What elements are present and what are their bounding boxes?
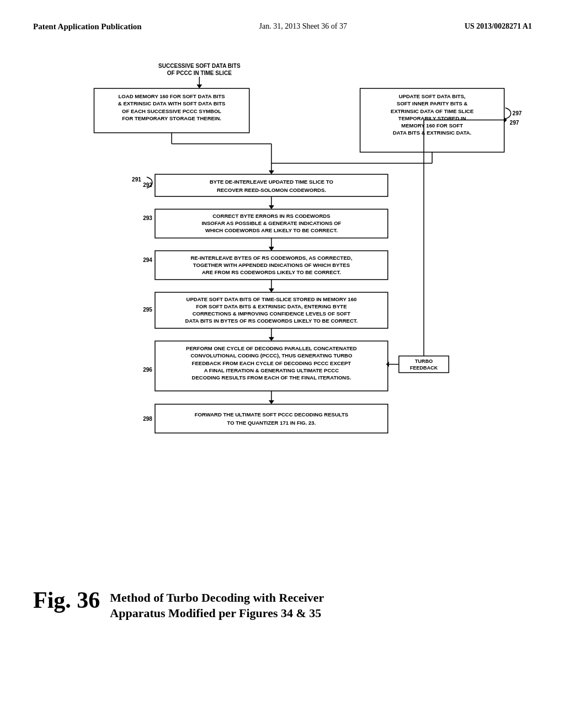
svg-text:295: 295 (143, 307, 152, 313)
svg-text:294: 294 (143, 257, 152, 263)
svg-text:DECODING RESULTS FROM EACH OF : DECODING RESULTS FROM EACH OF THE FINAL … (192, 374, 351, 381)
diagram-area: SUCCESSIVE SOFT DATA BITS OF PCCC IN TIM… (33, 48, 532, 627)
svg-text:CORRECTIONS & IMPROVING CONFID: CORRECTIONS & IMPROVING CONFIDENCE LEVEL… (193, 311, 351, 317)
svg-text:TURBO: TURBO (415, 358, 433, 364)
svg-text:FOR TEMPORARY STORAGE THEREIN.: FOR TEMPORARY STORAGE THEREIN. (122, 115, 221, 121)
svg-text:TOGETHER WITH APPENDED INDICAT: TOGETHER WITH APPENDED INDICATIONS OF WH… (193, 262, 350, 268)
svg-rect-73 (155, 404, 388, 433)
svg-marker-31 (269, 205, 274, 209)
svg-text:UPDATE SOFT DATA BITS,: UPDATE SOFT DATA BITS, (399, 93, 466, 99)
svg-text:291: 291 (132, 176, 141, 183)
svg-text:WHICH CODEWORDS ARE LIKELY TO : WHICH CODEWORDS ARE LIKELY TO BE CORRECT… (205, 227, 338, 233)
header-left: Patent Application Publication (33, 22, 142, 31)
svg-text:FEEDBACK FROM EACH CYCLE OF DE: FEEDBACK FROM EACH CYCLE OF DECODING PCC… (192, 360, 351, 366)
svg-text:FORWARD THE ULTIMATE SOFT PCCC: FORWARD THE ULTIMATE SOFT PCCC DECODING … (195, 411, 348, 417)
svg-text:OF EACH SUCCESSIVE PCCC SYMBOL: OF EACH SUCCESSIVE PCCC SYMBOL (122, 108, 221, 114)
svg-text:LOAD MEMORY 160 FOR SOFT DATA : LOAD MEMORY 160 FOR SOFT DATA BITS (119, 93, 225, 99)
svg-text:296: 296 (143, 367, 152, 373)
svg-text:DATA BITS & EXTRINSIC DATA.: DATA BITS & EXTRINSIC DATA. (393, 130, 471, 136)
svg-marker-38 (269, 247, 274, 251)
svg-marker-71 (269, 400, 274, 404)
svg-text:297: 297 (510, 120, 519, 126)
svg-text:A FINAL ITERATION & GENERATING: A FINAL ITERATION & GENERATING ULTIMATE … (204, 367, 339, 373)
flowchart-svg: SUCCESSIVE SOFT DATA BITS OF PCCC IN TIM… (33, 48, 532, 544)
svg-text:RECOVER REED-SOLOMON CODEWORDS: RECOVER REED-SOLOMON CODEWORDS. (217, 187, 326, 193)
figure-title: Method of Turbo Decoding with Receiver A… (110, 587, 324, 622)
svg-text:& EXTRINSIC DATA WITH SOFT DAT: & EXTRINSIC DATA WITH SOFT DATA BITS (118, 100, 226, 106)
figure-number: Fig. 36 (33, 587, 100, 613)
svg-text:CONVOLUTIONAL CODING (PCCC), T: CONVOLUTIONAL CODING (PCCC), THUS GENERA… (190, 352, 353, 358)
svg-text:UPDATE SOFT DATA BITS OF TIME-: UPDATE SOFT DATA BITS OF TIME-SLICE STOR… (186, 296, 357, 302)
svg-text:298: 298 (143, 416, 152, 422)
svg-text:CORRECT BYTE ERRORS IN RS CODE: CORRECT BYTE ERRORS IN RS CODEWORDS (212, 213, 330, 219)
svg-text:RE-INTERLEAVE BYTES OF RS CODE: RE-INTERLEAVE BYTES OF RS CODEWORDS, AS … (190, 255, 352, 261)
svg-text:SUCCESSIVE SOFT DATA BITS: SUCCESSIVE SOFT DATA BITS (158, 63, 241, 69)
header-right: US 2013/0028271 A1 (465, 22, 532, 31)
svg-text:297: 297 (513, 110, 522, 116)
svg-marker-3 (196, 84, 202, 88)
page-container: Patent Application Publication Jan. 31, … (0, 0, 565, 728)
header: Patent Application Publication Jan. 31, … (33, 22, 532, 31)
svg-text:ARE FROM RS CODEWORDS LIKELY T: ARE FROM RS CODEWORDS LIKELY TO BE CORRE… (202, 269, 341, 275)
svg-text:EXTRINSIC DATA OF TIME SLICE: EXTRINSIC DATA OF TIME SLICE (391, 108, 473, 114)
svg-text:INSOFAR AS POSSIBLE & GENERATE: INSOFAR AS POSSIBLE & GENERATE INDICATIO… (201, 220, 341, 226)
svg-text:DATA BITS IN BYTES OF RS CODEW: DATA BITS IN BYTES OF RS CODEWORDS LIKEL… (185, 318, 358, 324)
svg-text:PERFORM ONE CYCLE OF DECODING : PERFORM ONE CYCLE OF DECODING PARALLEL C… (186, 345, 357, 351)
header-center: Jan. 31, 2013 Sheet 36 of 37 (259, 22, 347, 31)
svg-text:OF PCCC IN TIME SLICE: OF PCCC IN TIME SLICE (167, 70, 232, 76)
svg-text:FEEDBACK: FEEDBACK (410, 365, 438, 371)
svg-text:TO THE QUANTIZER 171 IN FIG. 2: TO THE QUANTIZER 171 IN FIG. 23. (227, 420, 316, 426)
figure-caption: Fig. 36 Method of Turbo Decoding with Re… (33, 587, 532, 622)
svg-marker-53 (269, 337, 274, 341)
svg-marker-45 (269, 288, 274, 292)
svg-text:SOFT INNER PARITY BITS &: SOFT INNER PARITY BITS & (397, 100, 467, 106)
svg-text:MEMORY 160 FOR SOFT: MEMORY 160 FOR SOFT (401, 122, 463, 129)
svg-text:FOR SOFT DATA BITS & EXTRINSIC: FOR SOFT DATA BITS & EXTRINSIC DATA, ENT… (196, 303, 347, 309)
svg-text:BYTE DE-INTERLEAVE UPDATED TIM: BYTE DE-INTERLEAVE UPDATED TIME SLICE TO (210, 179, 334, 185)
svg-marker-24 (269, 170, 274, 174)
svg-text:293: 293 (143, 215, 152, 221)
